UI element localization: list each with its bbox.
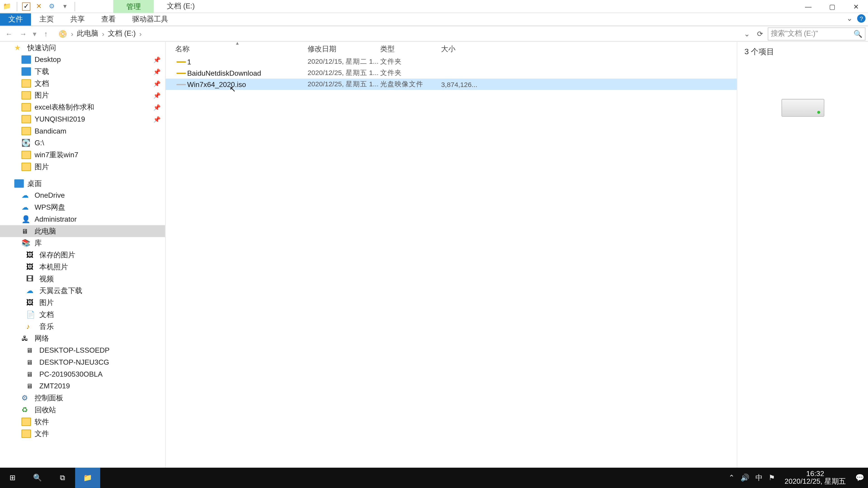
chevron-right-icon[interactable]: ›	[137, 30, 144, 38]
sidebar-item[interactable]: 文档 📌	[0, 77, 165, 90]
sidebar-item[interactable]: ZMT2019	[0, 380, 165, 392]
pic-icon	[26, 263, 36, 271]
sidebar-software[interactable]: 软件	[0, 416, 165, 428]
notification-flag-icon[interactable]: ⚑	[769, 474, 775, 482]
address-history-dropdown-icon[interactable]: ⌄	[741, 30, 752, 38]
action-center-icon[interactable]: 💬	[855, 474, 864, 482]
sidebar-item[interactable]: 文档	[0, 308, 165, 321]
sidebar-item-label: 本机照片	[39, 262, 68, 272]
ribbon-tab-drivetools[interactable]: 驱动器工具	[124, 13, 176, 26]
sort-asc-icon: ▴	[236, 40, 239, 46]
qat-properties-icon[interactable]: ✓	[22, 2, 31, 10]
folder-icon	[177, 61, 186, 62]
file-row[interactable]: BaiduNetdiskDownload 2020/12/25, 星期五 1..…	[166, 67, 737, 78]
sidebar-desktop[interactable]: 桌面	[0, 177, 165, 190]
sidebar-item-label: 图片	[35, 90, 49, 101]
sidebar-item-label: excel表格制作求和	[35, 102, 94, 112]
column-header-type[interactable]: 类型	[380, 42, 395, 56]
qat-settings-icon[interactable]: ⚙	[47, 2, 57, 11]
sidebar-item[interactable]: 音乐	[0, 321, 165, 332]
sidebar-item[interactable]: WPS网盘	[0, 201, 165, 213]
system-tray: ⌃ 🔊 中 ⚑ 16:32 2020/12/25, 星期五 💬	[728, 468, 868, 488]
sidebar-item[interactable]: 库	[0, 237, 165, 249]
column-header-name[interactable]: 名称	[175, 42, 189, 56]
taskbar-clock[interactable]: 16:32 2020/12/25, 星期五	[781, 470, 849, 486]
sidebar-item[interactable]: Bandicam	[0, 125, 165, 137]
volume-icon[interactable]: 🔊	[741, 474, 749, 482]
up-button[interactable]: ↑	[39, 27, 53, 40]
task-view-button[interactable]: ⧉	[50, 468, 75, 488]
sidebar-item-label: 音乐	[39, 322, 54, 332]
sidebar-item[interactable]: DESKTOP-NJEU3CG	[0, 356, 165, 368]
column-header-size[interactable]: 大小	[441, 42, 455, 56]
search-box[interactable]: 搜索"文档 (E:)" 🔍	[768, 27, 865, 40]
address-bar-controls: ⌄ ⟳	[741, 30, 767, 38]
ribbon-expand-icon[interactable]: ⌄	[846, 14, 852, 23]
ribbon-tab-file[interactable]: 文件	[0, 13, 31, 26]
start-button[interactable]: ⊞	[0, 468, 25, 488]
sidebar-item[interactable]: DESKTOP-LSSOEDP	[0, 344, 165, 356]
sidebar-item[interactable]: 图片	[0, 161, 165, 173]
sidebar-control-panel[interactable]: 控制面板	[0, 392, 165, 404]
breadcrumb-drive[interactable]: 文档 (E:)	[107, 29, 137, 39]
taskbar-search-button[interactable]: 🔍	[25, 468, 50, 488]
cloud-icon	[22, 191, 31, 199]
task-view-icon: ⧉	[60, 474, 65, 482]
sidebar-item[interactable]: YUNQISHI2019 📌	[0, 113, 165, 125]
ribbon-tab-home[interactable]: 主页	[31, 13, 62, 26]
sidebar-recycle-bin[interactable]: 回收站	[0, 404, 165, 416]
sidebar-item[interactable]: 保存的图片	[0, 249, 165, 261]
refresh-button[interactable]: ⟳	[753, 30, 767, 38]
sidebar-item[interactable]: 图片 📌	[0, 90, 165, 101]
sidebar-item[interactable]: 本机照片	[0, 261, 165, 273]
close-button[interactable]: ✕	[844, 0, 868, 13]
sidebar-item[interactable]: 下载 📌	[0, 66, 165, 77]
qat-new-folder-icon[interactable]: ✕	[34, 2, 43, 11]
sidebar-network[interactable]: 网络	[0, 332, 165, 344]
sidebar-item[interactable]: G:\	[0, 137, 165, 149]
sidebar-item[interactable]: 图片	[0, 297, 165, 308]
star-icon	[14, 43, 24, 52]
control-panel-icon	[22, 394, 31, 402]
sidebar-item[interactable]: Administrator	[0, 213, 165, 225]
ribbon-tab-view[interactable]: 查看	[93, 13, 124, 26]
column-header-date[interactable]: 修改日期	[308, 42, 336, 56]
sidebar-item[interactable]: 视频	[0, 273, 165, 285]
sidebar-item[interactable]: excel表格制作求和 📌	[0, 101, 165, 113]
details-pane: 3 个项目	[737, 42, 868, 476]
address-bar[interactable]: 📀 › 此电脑 › 文档 (E:) ›	[55, 27, 741, 40]
file-row[interactable]: Win7x64_2020.iso 2020/12/25, 星期五 1... 光盘…	[166, 78, 737, 90]
breadcrumb-this-pc[interactable]: 此电脑	[76, 29, 99, 39]
back-button[interactable]: ←	[2, 27, 16, 40]
chevron-right-icon[interactable]: ›	[68, 30, 76, 38]
sidebar-files[interactable]: 文件	[0, 428, 165, 440]
forward-button[interactable]: →	[17, 27, 30, 40]
taskbar-explorer-button[interactable]: 📁	[75, 468, 100, 488]
maximize-button[interactable]: ▢	[820, 0, 844, 13]
tray-overflow-icon[interactable]: ⌃	[728, 474, 735, 482]
ribbon-tab-share[interactable]: 共享	[62, 13, 93, 26]
chevron-right-icon[interactable]: ›	[99, 30, 107, 38]
navigation-pane: 快速访问 Desktop 📌 下载 📌 文档 📌 图片 📌 excel表格制作求…	[0, 42, 166, 476]
folder-icon	[22, 115, 31, 123]
minimize-button[interactable]: —	[796, 0, 820, 13]
sidebar-item[interactable]: Desktop 📌	[0, 54, 165, 66]
help-icon[interactable]: ?	[857, 14, 866, 23]
qat-dropdown-icon[interactable]: ▾	[60, 2, 70, 11]
ime-indicator[interactable]: 中	[755, 473, 763, 483]
sidebar-item[interactable]: OneDrive	[0, 190, 165, 201]
sidebar-quick-access[interactable]: 快速访问	[0, 42, 165, 54]
sidebar-item[interactable]: 天翼云盘下载	[0, 285, 165, 297]
recent-dropdown-icon[interactable]: ▾	[31, 27, 38, 40]
sidebar-item[interactable]: win7重装win7	[0, 149, 165, 161]
sidebar-item[interactable]: 此电脑	[0, 225, 165, 237]
sidebar-item-label: OneDrive	[35, 191, 65, 199]
sidebar-item-label: 图片	[35, 162, 49, 172]
file-name: 1	[187, 57, 191, 66]
context-tab-manage[interactable]: 管理	[113, 0, 154, 13]
file-row[interactable]: 1 2020/12/15, 星期二 1... 文件夹	[166, 56, 737, 67]
file-list-pane: 名称 ▴ 修改日期 类型 大小 1 2020/12/15, 星期二 1... 文…	[166, 42, 737, 476]
sidebar-item-label: 库	[35, 238, 42, 248]
sidebar-item[interactable]: PC-20190530OBLA	[0, 368, 165, 380]
search-icon[interactable]: 🔍	[854, 30, 863, 38]
